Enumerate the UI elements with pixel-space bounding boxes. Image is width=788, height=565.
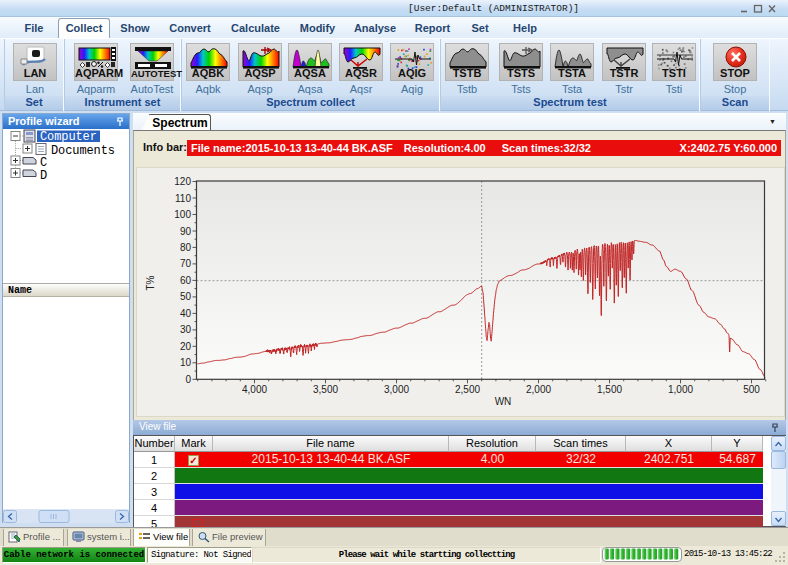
svg-text:20: 20 bbox=[180, 341, 192, 352]
svg-text:D: D bbox=[40, 169, 47, 183]
svg-text:3,000: 3,000 bbox=[384, 384, 409, 395]
svg-text:40: 40 bbox=[180, 308, 192, 319]
svg-text:Computer: Computer bbox=[40, 130, 97, 144]
svg-text:30: 30 bbox=[180, 324, 192, 335]
svg-text:100: 100 bbox=[174, 209, 191, 220]
svg-text:110: 110 bbox=[175, 193, 191, 204]
svg-text:3,500: 3,500 bbox=[313, 384, 338, 395]
svg-text:T%: T% bbox=[145, 275, 156, 290]
svg-text:1,000: 1,000 bbox=[668, 384, 693, 395]
svg-text:Documents: Documents bbox=[51, 144, 115, 158]
svg-text:70: 70 bbox=[180, 258, 192, 269]
svg-text:120: 120 bbox=[174, 176, 191, 187]
svg-text:90: 90 bbox=[180, 226, 192, 237]
svg-text:0: 0 bbox=[185, 374, 191, 385]
svg-text:500: 500 bbox=[743, 384, 760, 395]
svg-text:2,000: 2,000 bbox=[526, 384, 551, 395]
svg-text:1,500: 1,500 bbox=[597, 384, 622, 395]
svg-text:10: 10 bbox=[180, 357, 192, 368]
svg-text:4,000: 4,000 bbox=[242, 384, 267, 395]
svg-text:60: 60 bbox=[180, 275, 192, 286]
svg-text:80: 80 bbox=[180, 242, 192, 253]
svg-text:WN: WN bbox=[495, 396, 512, 407]
svg-text:50: 50 bbox=[180, 291, 192, 302]
svg-text:2,500: 2,500 bbox=[455, 384, 480, 395]
